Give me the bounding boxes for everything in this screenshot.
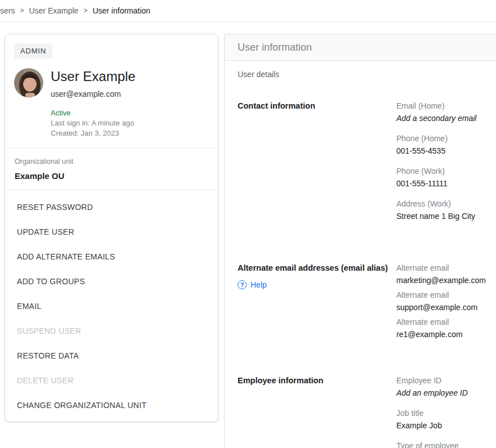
section-title: Contact information: [238, 100, 396, 112]
organizational-unit-block: Organizational unit Example OU: [5, 148, 218, 190]
field-phone-home: Phone (Home) 001-555-4535: [396, 132, 496, 157]
field-label: Type of employee: [396, 440, 496, 448]
panel-subtitle: User details: [238, 68, 279, 80]
field-alternate-email-2: Alternate email support@example.com: [396, 289, 496, 313]
field-value: 001-555-11111: [396, 177, 496, 190]
help-link[interactable]: ? Help: [238, 279, 267, 291]
admin-console-screen: sers > User Example > User information A…: [0, 0, 496, 448]
field-label: Job title: [396, 407, 496, 419]
field-alternate-email-3: Alternate email re1@example.com: [396, 316, 496, 341]
field-address-work: Address (Work) Street name 1 Big City: [396, 198, 496, 222]
section-contact-information: Contact information Email (Home) Add a s…: [225, 100, 496, 230]
field-value: 001-555-4535: [396, 145, 496, 157]
action-email[interactable]: EMAIL: [5, 294, 218, 319]
field-email-home: Email (Home) Add a secondary email: [396, 100, 496, 124]
field-value: marketing@example.com: [396, 274, 496, 286]
add-secondary-email-link[interactable]: Add a secondary email: [396, 112, 496, 124]
action-update-user[interactable]: UPDATE USER: [5, 219, 218, 244]
field-label: Alternate email: [396, 289, 496, 301]
field-type-of-employee: Type of employee: [396, 440, 496, 448]
organizational-unit-value: Example OU: [15, 171, 209, 181]
user-card-header: ADMIN: [5, 34, 218, 148]
breadcrumb: sers > User Example > User information: [0, 0, 496, 22]
action-reset-password[interactable]: RESET PASSWORD: [5, 195, 218, 219]
user-name: User Example: [51, 68, 136, 85]
field-value: Street name 1 Big City: [396, 210, 496, 222]
user-email: user@example.com: [51, 88, 136, 100]
field-label: Email (Home): [396, 100, 496, 112]
field-job-title: Job title Example Job: [396, 407, 496, 432]
field-label: Alternate email: [396, 262, 496, 274]
section-title: Employee information: [238, 374, 396, 387]
breadcrumb-user-example[interactable]: User Example: [29, 6, 78, 15]
organizational-unit-label: Organizational unit: [15, 157, 209, 166]
field-label: Address (Work): [396, 198, 496, 210]
user-information-panel: User information User details Contact in…: [224, 34, 496, 448]
chevron-right-icon: >: [20, 7, 24, 15]
section-alternate-emails: Alternate email addresses (email alias) …: [225, 262, 496, 343]
field-value: support@example.com: [396, 301, 496, 313]
action-restore-data[interactable]: RESTORE DATA: [5, 343, 218, 368]
panel-header: User information: [225, 34, 496, 61]
breadcrumb-users-partial[interactable]: sers: [0, 6, 15, 15]
user-card: ADMIN: [5, 34, 218, 422]
field-value: Example Job: [396, 419, 496, 432]
section-title: Alternate email addresses (email alias): [238, 262, 396, 274]
field-phone-work: Phone (Work) 001-555-11111: [396, 165, 496, 190]
action-change-organizational-unit[interactable]: CHANGE ORGANIZATIONAL UNIT: [5, 393, 218, 418]
last-sign-in: Last sign in: A minute ago: [51, 118, 136, 128]
status-active: Active: [51, 108, 136, 118]
panel-title: User information: [238, 42, 312, 53]
chevron-right-icon: >: [83, 7, 87, 15]
action-add-to-groups[interactable]: ADD TO GROUPS: [5, 269, 218, 294]
breadcrumb-user-information: User information: [92, 6, 150, 15]
field-employee-id: Employee ID Add an employee ID: [396, 374, 496, 399]
field-label: Phone (Work): [396, 165, 496, 177]
action-delete-user: DELETE USER: [5, 368, 218, 393]
help-circle-icon: ?: [238, 280, 247, 289]
add-employee-id-link[interactable]: Add an employee ID: [396, 387, 496, 399]
user-actions-list: RESET PASSWORD UPDATE USER ADD ALTERNATE…: [5, 190, 218, 418]
help-link-label: Help: [251, 279, 267, 291]
action-add-alternate-emails[interactable]: ADD ALTERNATE EMAILS: [5, 244, 218, 269]
admin-badge: ADMIN: [14, 43, 52, 59]
action-suspend-user: SUSPEND USER: [5, 319, 218, 343]
field-label: Phone (Home): [396, 132, 496, 145]
section-employee-information: Employee information Employee ID Add an …: [225, 374, 496, 448]
field-value: re1@example.com: [396, 328, 496, 341]
field-label: Alternate email: [396, 316, 496, 328]
field-label: Employee ID: [396, 374, 496, 387]
field-alternate-email-1: Alternate email marketing@example.com: [396, 262, 496, 286]
avatar: [14, 68, 43, 97]
created-date: Created: Jan 3, 2023: [51, 128, 136, 138]
